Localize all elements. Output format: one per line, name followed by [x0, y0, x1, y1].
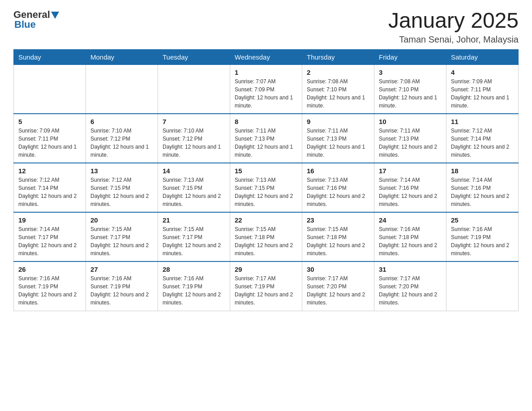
calendar-day-cell — [158, 64, 230, 114]
calendar-day-cell: 9Sunrise: 7:11 AM Sunset: 7:13 PM Daylig… — [302, 114, 374, 163]
day-info: Sunrise: 7:14 AM Sunset: 7:17 PM Dayligh… — [18, 225, 81, 257]
day-number: 8 — [235, 118, 297, 125]
day-number: 17 — [379, 167, 442, 175]
day-info: Sunrise: 7:11 AM Sunset: 7:13 PM Dayligh… — [307, 127, 369, 159]
calendar-day-cell: 11Sunrise: 7:12 AM Sunset: 7:14 PM Dayli… — [446, 114, 519, 163]
day-of-week-header: Sunday — [14, 49, 86, 64]
days-of-week-row: SundayMondayTuesdayWednesdayThursdayFrid… — [14, 49, 519, 64]
day-number: 7 — [163, 118, 225, 125]
day-number: 22 — [235, 216, 297, 224]
calendar-day-cell: 15Sunrise: 7:13 AM Sunset: 7:15 PM Dayli… — [230, 163, 302, 212]
calendar-day-cell: 30Sunrise: 7:17 AM Sunset: 7:20 PM Dayli… — [302, 261, 374, 311]
calendar-day-cell: 18Sunrise: 7:14 AM Sunset: 7:16 PM Dayli… — [446, 163, 519, 212]
calendar-day-cell: 29Sunrise: 7:17 AM Sunset: 7:19 PM Dayli… — [230, 261, 302, 311]
calendar-day-cell: 8Sunrise: 7:11 AM Sunset: 7:13 PM Daylig… — [230, 114, 302, 163]
day-info: Sunrise: 7:16 AM Sunset: 7:19 PM Dayligh… — [163, 274, 225, 307]
day-info: Sunrise: 7:09 AM Sunset: 7:11 PM Dayligh… — [18, 127, 81, 159]
day-info: Sunrise: 7:12 AM Sunset: 7:15 PM Dayligh… — [90, 176, 153, 208]
calendar-day-cell: 25Sunrise: 7:16 AM Sunset: 7:19 PM Dayli… — [446, 212, 519, 261]
day-number: 15 — [235, 167, 297, 175]
day-number: 20 — [90, 216, 153, 224]
day-info: Sunrise: 7:14 AM Sunset: 7:16 PM Dayligh… — [379, 176, 442, 208]
day-info: Sunrise: 7:13 AM Sunset: 7:15 PM Dayligh… — [163, 176, 225, 208]
day-info: Sunrise: 7:15 AM Sunset: 7:17 PM Dayligh… — [163, 225, 225, 257]
calendar-body: 1Sunrise: 7:07 AM Sunset: 7:09 PM Daylig… — [14, 64, 519, 311]
day-number: 27 — [90, 265, 153, 273]
day-of-week-header: Friday — [374, 49, 446, 64]
calendar-day-cell: 19Sunrise: 7:14 AM Sunset: 7:17 PM Dayli… — [14, 212, 86, 261]
day-info: Sunrise: 7:11 AM Sunset: 7:13 PM Dayligh… — [379, 127, 442, 159]
logo-blue-text: Blue — [14, 19, 36, 30]
calendar-day-cell: 7Sunrise: 7:10 AM Sunset: 7:12 PM Daylig… — [158, 114, 230, 163]
day-of-week-header: Wednesday — [230, 49, 302, 64]
day-info: Sunrise: 7:15 AM Sunset: 7:18 PM Dayligh… — [307, 225, 369, 257]
day-number: 31 — [379, 265, 442, 273]
day-number: 23 — [307, 216, 369, 224]
calendar-week-row: 26Sunrise: 7:16 AM Sunset: 7:19 PM Dayli… — [14, 261, 519, 311]
calendar-week-row: 5Sunrise: 7:09 AM Sunset: 7:11 PM Daylig… — [14, 114, 519, 163]
day-info: Sunrise: 7:15 AM Sunset: 7:18 PM Dayligh… — [235, 225, 297, 257]
calendar-week-row: 12Sunrise: 7:12 AM Sunset: 7:14 PM Dayli… — [14, 163, 519, 212]
day-number: 18 — [451, 167, 514, 175]
calendar-day-cell: 1Sunrise: 7:07 AM Sunset: 7:09 PM Daylig… — [230, 64, 302, 114]
day-info: Sunrise: 7:11 AM Sunset: 7:13 PM Dayligh… — [235, 127, 297, 159]
calendar-day-cell: 5Sunrise: 7:09 AM Sunset: 7:11 PM Daylig… — [14, 114, 86, 163]
day-info: Sunrise: 7:13 AM Sunset: 7:15 PM Dayligh… — [235, 176, 297, 208]
day-info: Sunrise: 7:17 AM Sunset: 7:20 PM Dayligh… — [379, 274, 442, 307]
day-number: 3 — [379, 68, 442, 76]
day-info: Sunrise: 7:15 AM Sunset: 7:17 PM Dayligh… — [90, 225, 153, 257]
calendar-day-cell: 3Sunrise: 7:08 AM Sunset: 7:10 PM Daylig… — [374, 64, 446, 114]
day-info: Sunrise: 7:08 AM Sunset: 7:10 PM Dayligh… — [379, 77, 442, 110]
calendar-day-cell: 4Sunrise: 7:09 AM Sunset: 7:11 PM Daylig… — [446, 64, 519, 114]
day-info: Sunrise: 7:17 AM Sunset: 7:19 PM Dayligh… — [235, 274, 297, 307]
day-info: Sunrise: 7:07 AM Sunset: 7:09 PM Dayligh… — [235, 77, 297, 110]
day-of-week-header: Monday — [86, 49, 158, 64]
month-title: January 2025 — [388, 9, 519, 33]
day-number: 26 — [18, 265, 81, 273]
day-info: Sunrise: 7:09 AM Sunset: 7:11 PM Dayligh… — [451, 77, 514, 110]
calendar-day-cell: 31Sunrise: 7:17 AM Sunset: 7:20 PM Dayli… — [374, 261, 446, 311]
day-number: 19 — [18, 216, 81, 224]
day-number: 30 — [307, 265, 369, 273]
day-number: 14 — [163, 167, 225, 175]
calendar-day-cell: 17Sunrise: 7:14 AM Sunset: 7:16 PM Dayli… — [374, 163, 446, 212]
calendar-day-cell: 6Sunrise: 7:10 AM Sunset: 7:12 PM Daylig… — [86, 114, 158, 163]
logo: General Blue — [13, 9, 59, 30]
calendar-day-cell: 26Sunrise: 7:16 AM Sunset: 7:19 PM Dayli… — [14, 261, 86, 311]
day-number: 29 — [235, 265, 297, 273]
day-of-week-header: Thursday — [302, 49, 374, 64]
calendar-day-cell: 28Sunrise: 7:16 AM Sunset: 7:19 PM Dayli… — [158, 261, 230, 311]
calendar-day-cell: 2Sunrise: 7:08 AM Sunset: 7:10 PM Daylig… — [302, 64, 374, 114]
calendar-week-row: 1Sunrise: 7:07 AM Sunset: 7:09 PM Daylig… — [14, 64, 519, 114]
calendar-day-cell: 21Sunrise: 7:15 AM Sunset: 7:17 PM Dayli… — [158, 212, 230, 261]
day-info: Sunrise: 7:16 AM Sunset: 7:19 PM Dayligh… — [18, 274, 81, 307]
calendar-day-cell — [446, 261, 519, 311]
calendar-day-cell: 13Sunrise: 7:12 AM Sunset: 7:15 PM Dayli… — [86, 163, 158, 212]
day-number: 21 — [163, 216, 225, 224]
day-number: 1 — [235, 68, 297, 76]
day-info: Sunrise: 7:10 AM Sunset: 7:12 PM Dayligh… — [163, 127, 225, 159]
day-info: Sunrise: 7:16 AM Sunset: 7:18 PM Dayligh… — [379, 225, 442, 257]
day-number: 12 — [18, 167, 81, 175]
day-info: Sunrise: 7:14 AM Sunset: 7:16 PM Dayligh… — [451, 176, 514, 208]
day-of-week-header: Saturday — [446, 49, 519, 64]
day-info: Sunrise: 7:16 AM Sunset: 7:19 PM Dayligh… — [451, 225, 514, 257]
day-number: 9 — [307, 118, 369, 125]
day-info: Sunrise: 7:10 AM Sunset: 7:12 PM Dayligh… — [90, 127, 153, 159]
day-number: 16 — [307, 167, 369, 175]
day-number: 28 — [163, 265, 225, 273]
calendar-day-cell: 10Sunrise: 7:11 AM Sunset: 7:13 PM Dayli… — [374, 114, 446, 163]
calendar-day-cell: 23Sunrise: 7:15 AM Sunset: 7:18 PM Dayli… — [302, 212, 374, 261]
day-info: Sunrise: 7:12 AM Sunset: 7:14 PM Dayligh… — [451, 127, 514, 159]
title-area: January 2025 Taman Senai, Johor, Malaysi… — [388, 9, 519, 45]
calendar-table: SundayMondayTuesdayWednesdayThursdayFrid… — [13, 49, 519, 311]
day-info: Sunrise: 7:16 AM Sunset: 7:19 PM Dayligh… — [90, 274, 153, 307]
calendar-day-cell: 14Sunrise: 7:13 AM Sunset: 7:15 PM Dayli… — [158, 163, 230, 212]
calendar-day-cell: 24Sunrise: 7:16 AM Sunset: 7:18 PM Dayli… — [374, 212, 446, 261]
page-header: General Blue January 2025 Taman Senai, J… — [13, 9, 519, 45]
day-number: 25 — [451, 216, 514, 224]
day-number: 2 — [307, 68, 369, 76]
day-number: 5 — [18, 118, 81, 125]
day-number: 4 — [451, 68, 514, 76]
day-number: 11 — [451, 118, 514, 125]
